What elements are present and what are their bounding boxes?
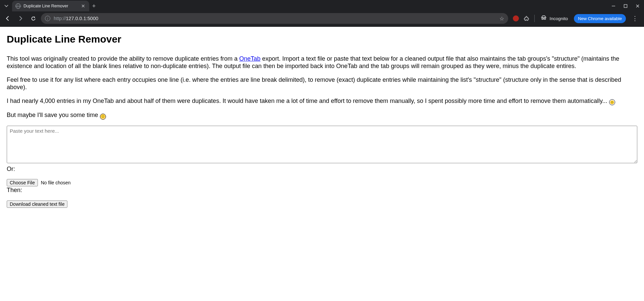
page-title: Duplicate Line Remover bbox=[7, 33, 637, 46]
globe-icon bbox=[15, 3, 21, 9]
minimize-window-button[interactable] bbox=[610, 3, 616, 9]
svg-point-3 bbox=[542, 18, 544, 20]
incognito-icon bbox=[541, 15, 547, 21]
chrome-menu-button[interactable]: ⋮ bbox=[631, 15, 639, 22]
then-label: Then: bbox=[7, 186, 637, 194]
svg-point-4 bbox=[544, 18, 546, 20]
or-label: Or: bbox=[7, 165, 637, 173]
paste-textarea[interactable] bbox=[7, 126, 637, 163]
upside-down-face-icon: 🙃 bbox=[609, 99, 615, 105]
back-button[interactable] bbox=[3, 13, 13, 23]
maximize-window-button[interactable] bbox=[623, 3, 629, 9]
browser-toolbar: i http://127.0.0.1:5000 ☆ Incognito New … bbox=[0, 12, 644, 27]
url-scheme: http:// bbox=[54, 16, 66, 21]
intro-text-1: This tool was originally created to prov… bbox=[7, 55, 239, 62]
tab-strip: Duplicate Line Remover ✕ + bbox=[0, 0, 644, 12]
onetab-link[interactable]: OneTab bbox=[239, 55, 260, 62]
new-tab-button[interactable]: + bbox=[89, 3, 99, 10]
incognito-indicator[interactable]: Incognito bbox=[539, 15, 569, 21]
forward-button[interactable] bbox=[15, 13, 25, 23]
close-tab-button[interactable]: ✕ bbox=[80, 3, 86, 9]
download-row: Download cleaned text file bbox=[7, 200, 637, 208]
tab-search-button[interactable] bbox=[2, 2, 11, 10]
bookmark-star-icon[interactable]: ☆ bbox=[499, 15, 504, 22]
file-input-row: Choose File No file chosen bbox=[7, 179, 637, 186]
incognito-label: Incognito bbox=[549, 16, 568, 21]
close-window-button[interactable] bbox=[635, 3, 641, 9]
toolbar-right: Incognito New Chrome available ⋮ bbox=[511, 14, 641, 23]
story-text: I had nearly 4,000 entries in my OneTab … bbox=[7, 98, 609, 104]
tab-title: Duplicate Line Remover bbox=[23, 4, 78, 8]
usage-paragraph: Feel free to use it for any list where e… bbox=[7, 76, 637, 91]
browser-chrome: Duplicate Line Remover ✕ + i bbox=[0, 0, 644, 27]
window-controls bbox=[610, 3, 644, 9]
story-paragraph: I had nearly 4,000 entries in my OneTab … bbox=[7, 97, 637, 106]
ublock-extension-icon[interactable] bbox=[513, 15, 519, 21]
address-bar[interactable]: i http://127.0.0.1:5000 ☆ bbox=[41, 13, 508, 24]
toolbar-separator bbox=[534, 15, 535, 22]
intro-paragraph: This tool was originally created to prov… bbox=[7, 55, 637, 70]
chrome-update-button[interactable]: New Chrome available bbox=[574, 14, 626, 23]
url-text: http://127.0.0.1:5000 bbox=[54, 16, 496, 21]
page-content: Duplicate Line Remover This tool was ori… bbox=[0, 27, 644, 214]
no-file-chosen-label: No file chosen bbox=[41, 180, 71, 185]
browser-tab-active[interactable]: Duplicate Line Remover ✕ bbox=[12, 1, 89, 11]
url-host-path: 127.0.0.1:5000 bbox=[66, 16, 98, 21]
svg-rect-1 bbox=[624, 5, 627, 8]
choose-file-button[interactable]: Choose File bbox=[7, 179, 38, 186]
smile-face-icon: 🙂 bbox=[100, 114, 106, 120]
closing-paragraph: But maybe I'll save you some time 🙂 bbox=[7, 111, 637, 120]
reload-button[interactable] bbox=[28, 13, 38, 23]
site-info-icon[interactable]: i bbox=[45, 16, 50, 21]
download-button[interactable]: Download cleaned text file bbox=[7, 200, 67, 208]
closing-text: But maybe I'll save you some time bbox=[7, 112, 100, 118]
extensions-icon[interactable] bbox=[524, 15, 530, 21]
